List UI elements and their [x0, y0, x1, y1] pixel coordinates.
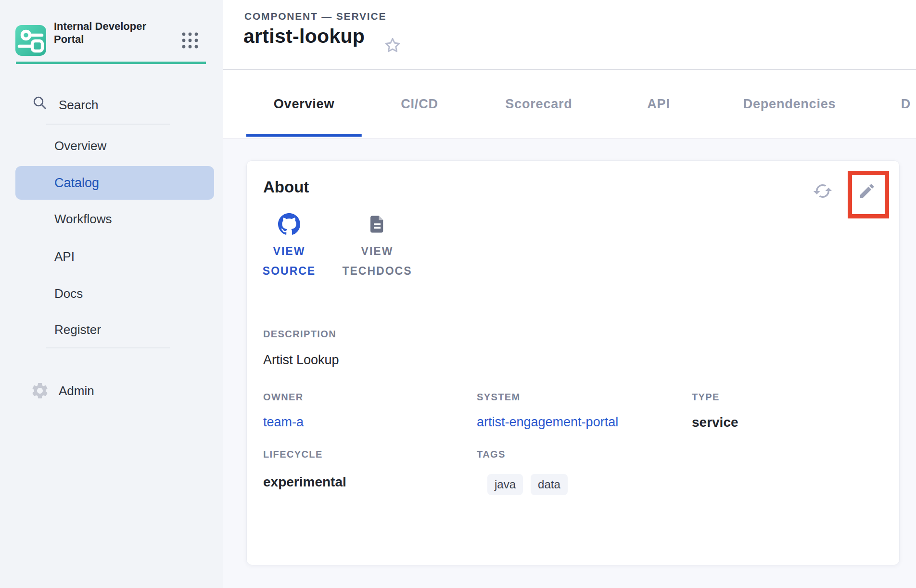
- portal-logo-icon: [15, 25, 46, 56]
- tab-overview[interactable]: Overview: [246, 70, 362, 138]
- sidebar-item-catalog[interactable]: Catalog: [15, 166, 214, 200]
- annotation-highlight-box: [848, 171, 889, 218]
- sidebar-divider: [46, 124, 170, 125]
- sidebar-item-label: Docs: [54, 286, 83, 301]
- sidebar-item-workflows[interactable]: Workflows: [0, 204, 223, 234]
- tab-label: CI/CD: [401, 97, 438, 112]
- tab-dependencies[interactable]: Dependencies: [716, 70, 864, 138]
- sidebar-item-docs[interactable]: Docs: [0, 278, 223, 309]
- lifecycle-label: LIFECYCLE: [263, 449, 323, 460]
- sidebar-item-label: Register: [54, 322, 101, 337]
- tab-label: Overview: [274, 97, 334, 112]
- techdocs-file-icon: [367, 213, 387, 236]
- tab-scorecard[interactable]: Scorecard: [478, 70, 599, 138]
- sidebar: Internal Developer Portal Search Overvie…: [0, 0, 223, 588]
- internal-developer-portal-app: Internal Developer Portal Search Overvie…: [0, 0, 916, 588]
- sidebar-accent-bar: [16, 62, 206, 64]
- system-link[interactable]: artist-engagement-portal: [477, 415, 618, 430]
- sidebar-item-search[interactable]: Search: [0, 91, 223, 118]
- sidebar-item-api[interactable]: API: [0, 241, 223, 272]
- view-techdocs-label-line1: VIEW: [361, 242, 394, 261]
- sidebar-divider: [46, 347, 170, 348]
- search-label: Search: [59, 98, 98, 113]
- description-label: DESCRIPTION: [263, 329, 336, 340]
- tab-label: D: [901, 97, 911, 112]
- owner-label: OWNER: [263, 392, 304, 403]
- about-card-title: About: [263, 178, 309, 196]
- entity-tabs: Overview CI/CD Scorecard API Dependencie…: [223, 70, 916, 139]
- owner-link[interactable]: team-a: [263, 415, 304, 430]
- tab-cicd[interactable]: CI/CD: [373, 70, 466, 138]
- view-source-label-line1: VIEW: [273, 242, 305, 261]
- type-value: service: [692, 415, 738, 430]
- apps-grid-icon[interactable]: [181, 32, 199, 49]
- description-value: Artist Lookup: [263, 353, 339, 368]
- gear-icon: [30, 381, 50, 400]
- sidebar-item-label: API: [54, 249, 75, 264]
- sidebar-item-label: Workflows: [54, 212, 112, 227]
- tab-label: Dependencies: [743, 97, 836, 112]
- tab-docs-clipped[interactable]: D: [874, 70, 916, 138]
- type-label: TYPE: [692, 392, 720, 403]
- page-header: COMPONENT — SERVICE artist-lookup: [223, 0, 916, 70]
- tab-label: Scorecard: [505, 97, 572, 112]
- system-label: SYSTEM: [477, 392, 521, 403]
- refresh-icon[interactable]: [813, 181, 833, 201]
- github-icon: [278, 213, 301, 236]
- tab-label: API: [647, 97, 670, 112]
- entity-kind-breadcrumb: COMPONENT — SERVICE: [244, 11, 386, 22]
- sidebar-item-overview[interactable]: Overview: [0, 130, 223, 161]
- sidebar-item-register[interactable]: Register: [0, 314, 223, 345]
- tag-chip-data[interactable]: data: [531, 474, 568, 495]
- search-icon: [32, 95, 47, 110]
- about-card: About VIEW SOURCE VIEW TECHDOCS: [246, 160, 900, 565]
- app-title: Internal Developer Portal: [54, 20, 169, 46]
- page-title: artist-lookup: [243, 25, 365, 48]
- sidebar-item-label: Catalog: [54, 176, 99, 191]
- view-techdocs-label-line2: TECHDOCS: [342, 261, 412, 281]
- tab-api[interactable]: API: [620, 70, 697, 138]
- view-techdocs-link[interactable]: VIEW TECHDOCS: [346, 213, 408, 281]
- admin-label: Admin: [59, 383, 94, 398]
- view-source-label-line2: SOURCE: [263, 261, 316, 281]
- tags-row: java data: [487, 474, 568, 495]
- view-source-link[interactable]: VIEW SOURCE: [258, 213, 320, 281]
- lifecycle-value: experimental: [263, 474, 346, 490]
- sidebar-item-label: Overview: [54, 139, 106, 153]
- tag-chip-java[interactable]: java: [487, 474, 523, 495]
- sidebar-item-admin[interactable]: Admin: [0, 377, 223, 405]
- tags-label: TAGS: [477, 449, 506, 460]
- favorite-star-icon[interactable]: [383, 36, 402, 55]
